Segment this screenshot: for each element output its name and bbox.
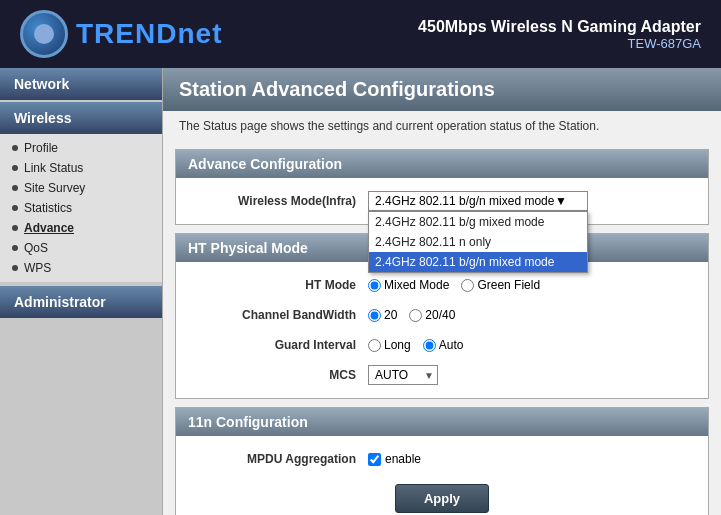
- wireless-mode-option-bgmixed[interactable]: 2.4GHz 802.11 b/g mixed mode: [369, 212, 587, 232]
- sidebar: Network Wireless Profile Link Status Sit…: [0, 68, 163, 515]
- config-11n-section: 11n Configuration MPDU Aggregation enabl…: [175, 407, 709, 515]
- wireless-items: Profile Link Status Site Survey Statisti…: [0, 134, 162, 282]
- guard-auto-label: Auto: [439, 338, 464, 352]
- brand-suffix: net: [177, 18, 222, 49]
- guard-long-label: Long: [384, 338, 411, 352]
- ht-mode-row: HT Mode Mixed Mode Green Field: [176, 270, 708, 300]
- guard-auto-option[interactable]: Auto: [423, 338, 464, 352]
- wireless-mode-option-nonly[interactable]: 2.4GHz 802.11 n only: [369, 232, 587, 252]
- channel-bw-2040-option[interactable]: 20/40: [409, 308, 455, 322]
- brand-text: TRENDnet: [76, 18, 222, 50]
- dot-icon: [12, 265, 18, 271]
- wireless-mode-value: 2.4GHz 802.11 b/g/n mixed mode: [375, 194, 554, 208]
- logo-area: TRENDnet: [20, 10, 222, 58]
- ht-mode-greenfield-label: Green Field: [477, 278, 540, 292]
- wireless-mode-control: 2.4GHz 802.11 b/g/n mixed mode ▼ 2.4GHz …: [368, 191, 696, 211]
- brand-prefix: TREND: [76, 18, 177, 49]
- channel-bw-control: 20 20/40: [368, 308, 696, 322]
- wireless-mode-list: 2.4GHz 802.11 b/g mixed mode 2.4GHz 802.…: [368, 211, 588, 273]
- content-area: Station Advanced Configurations The Stat…: [163, 68, 721, 515]
- channel-bw-2040-radio[interactable]: [409, 309, 422, 322]
- sidebar-item-site-survey[interactable]: Site Survey: [0, 178, 162, 198]
- sidebar-item-qos[interactable]: QoS: [0, 238, 162, 258]
- channel-bw-20-radio[interactable]: [368, 309, 381, 322]
- ht-mode-greenfield-option[interactable]: Green Field: [461, 278, 540, 292]
- sidebar-item-wps[interactable]: WPS: [0, 258, 162, 278]
- sidebar-item-statistics[interactable]: Statistics: [0, 198, 162, 218]
- ht-mode-greenfield-radio[interactable]: [461, 279, 474, 292]
- channel-bw-2040-label: 20/40: [425, 308, 455, 322]
- config-11n-header: 11n Configuration: [176, 408, 708, 436]
- advance-config-body: Wireless Mode(Infra) 2.4GHz 802.11 b/g/n…: [176, 178, 708, 224]
- administrator-heading[interactable]: Administrator: [0, 286, 162, 318]
- mcs-select[interactable]: AUTO 0 1 2: [368, 365, 438, 385]
- config-11n-body: MPDU Aggregation enable Apply: [176, 436, 708, 515]
- guard-long-option[interactable]: Long: [368, 338, 411, 352]
- product-model: TEW-687GA: [418, 36, 701, 51]
- guard-long-radio[interactable]: [368, 339, 381, 352]
- product-info: 450Mbps Wireless N Gaming Adapter TEW-68…: [418, 18, 701, 51]
- mpdu-row: MPDU Aggregation enable: [176, 444, 708, 474]
- wireless-mode-display[interactable]: 2.4GHz 802.11 b/g/n mixed mode ▼: [368, 191, 588, 211]
- wireless-section: Wireless Profile Link Status Site Survey…: [0, 102, 162, 282]
- sidebar-item-profile[interactable]: Profile: [0, 138, 162, 158]
- product-name: 450Mbps Wireless N Gaming Adapter: [418, 18, 701, 36]
- wireless-heading[interactable]: Wireless: [0, 102, 162, 134]
- channel-bw-label: Channel BandWidth: [188, 308, 368, 322]
- logo-icon: [20, 10, 68, 58]
- network-section: Network: [0, 68, 162, 100]
- page-description: The Status page shows the settings and c…: [163, 111, 721, 141]
- mcs-control: AUTO 0 1 2 ▼: [368, 365, 696, 385]
- main-layout: Network Wireless Profile Link Status Sit…: [0, 68, 721, 515]
- mcs-label: MCS: [188, 368, 368, 382]
- page-title: Station Advanced Configurations: [163, 68, 721, 111]
- sidebar-label-link-status: Link Status: [24, 161, 83, 175]
- mpdu-checkbox-label[interactable]: enable: [368, 452, 421, 466]
- apply-row: Apply: [176, 474, 708, 515]
- guard-interval-control: Long Auto: [368, 338, 696, 352]
- sidebar-label-site-survey: Site Survey: [24, 181, 85, 195]
- sidebar-label-advance: Advance: [24, 221, 74, 235]
- sidebar-label-wps: WPS: [24, 261, 51, 275]
- mpdu-control: enable: [368, 452, 696, 466]
- wireless-mode-dropdown[interactable]: 2.4GHz 802.11 b/g/n mixed mode ▼ 2.4GHz …: [368, 191, 588, 211]
- ht-physical-body: HT Mode Mixed Mode Green Field: [176, 262, 708, 398]
- channel-bw-20-label: 20: [384, 308, 397, 322]
- advance-config-section: Advance Configuration Wireless Mode(Infr…: [175, 149, 709, 225]
- header: TRENDnet 450Mbps Wireless N Gaming Adapt…: [0, 0, 721, 68]
- sidebar-item-link-status[interactable]: Link Status: [0, 158, 162, 178]
- ht-mode-mixed-label: Mixed Mode: [384, 278, 449, 292]
- dot-icon: [12, 205, 18, 211]
- channel-bw-row: Channel BandWidth 20 20/40: [176, 300, 708, 330]
- guard-interval-row: Guard Interval Long Auto: [176, 330, 708, 360]
- mpdu-enable-text: enable: [385, 452, 421, 466]
- ht-mode-mixed-option[interactable]: Mixed Mode: [368, 278, 449, 292]
- guard-interval-label: Guard Interval: [188, 338, 368, 352]
- sidebar-label-profile: Profile: [24, 141, 58, 155]
- network-heading[interactable]: Network: [0, 68, 162, 100]
- sidebar-label-qos: QoS: [24, 241, 48, 255]
- dot-icon: [12, 145, 18, 151]
- mpdu-label: MPDU Aggregation: [188, 452, 368, 466]
- ht-mode-mixed-radio[interactable]: [368, 279, 381, 292]
- apply-button[interactable]: Apply: [395, 484, 489, 513]
- mcs-dropdown-wrapper: AUTO 0 1 2 ▼: [368, 365, 438, 385]
- advance-config-header: Advance Configuration: [176, 150, 708, 178]
- ht-mode-control: Mixed Mode Green Field: [368, 278, 696, 292]
- sidebar-item-advance[interactable]: Advance: [0, 218, 162, 238]
- mcs-row: MCS AUTO 0 1 2 ▼: [176, 360, 708, 390]
- dot-icon: [12, 245, 18, 251]
- dot-icon: [12, 165, 18, 171]
- mpdu-checkbox[interactable]: [368, 453, 381, 466]
- wireless-mode-option-bgnmixed[interactable]: 2.4GHz 802.11 b/g/n mixed mode: [369, 252, 587, 272]
- dot-icon: [12, 225, 18, 231]
- ht-mode-label: HT Mode: [188, 278, 368, 292]
- wireless-mode-label: Wireless Mode(Infra): [188, 194, 368, 208]
- channel-bw-20-option[interactable]: 20: [368, 308, 397, 322]
- wireless-mode-row: Wireless Mode(Infra) 2.4GHz 802.11 b/g/n…: [176, 186, 708, 216]
- dot-icon: [12, 185, 18, 191]
- guard-auto-radio[interactable]: [423, 339, 436, 352]
- sidebar-label-statistics: Statistics: [24, 201, 72, 215]
- dropdown-arrow-icon: ▼: [555, 194, 567, 208]
